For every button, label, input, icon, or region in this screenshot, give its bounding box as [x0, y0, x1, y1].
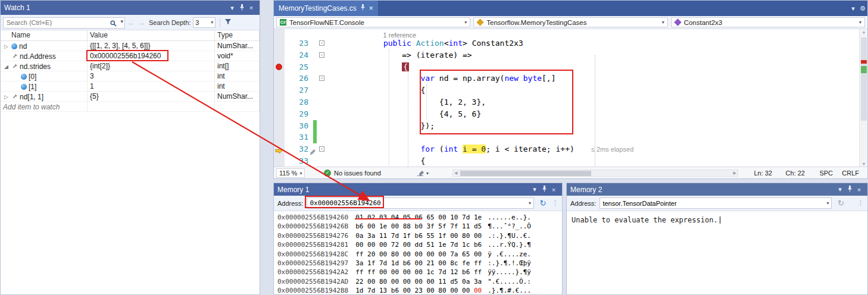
code-text[interactable]: { — [327, 61, 859, 73]
code-text[interactable]: public Action<int> Constant2x3 — [327, 37, 859, 49]
code-line[interactable]: 28{1, 2, 3}, — [274, 96, 859, 108]
search-input[interactable] — [3, 17, 125, 29]
toolbar-overflow-icon[interactable]: ⋮ — [857, 199, 864, 207]
breakpoint-icon[interactable] — [276, 64, 282, 70]
window-menu-icon[interactable]: ▾ — [530, 186, 539, 193]
watch-row[interactable]: nd.Address0x000002556b194260void* — [1, 51, 260, 61]
close-icon[interactable]: × — [369, 4, 373, 12]
code-text[interactable]: { — [327, 155, 859, 167]
watch-value-cell[interactable]: 1 — [88, 81, 215, 92]
chevron-down-icon[interactable]: ▾ — [824, 200, 831, 206]
type-dropdown[interactable]: Tensorflow.MemoryTestingCases ▾ — [473, 17, 667, 27]
code-text[interactable]: {4, 5, 6} — [327, 108, 859, 120]
watch-row[interactable]: [1]1int — [1, 81, 260, 92]
fold-margin[interactable]: - — [317, 49, 327, 61]
add-item-label[interactable]: Add item to watch — [1, 102, 88, 112]
scrollbar-thumb[interactable] — [861, 37, 867, 121]
watch-value-cell[interactable]: 3 — [88, 71, 215, 81]
memory1-titlebar[interactable]: Memory 1 ▾ × — [274, 183, 562, 196]
glyph-margin[interactable] — [274, 61, 285, 73]
format-specifier-icon[interactable] — [224, 17, 232, 28]
fold-margin[interactable] — [317, 61, 327, 73]
fold-margin[interactable]: - — [317, 143, 327, 155]
scrollbar-thumb[interactable] — [460, 171, 591, 176]
watch-add-item-row[interactable]: Add item to watch — [1, 102, 260, 112]
toolbar-overflow-icon[interactable]: ⋮ — [552, 199, 558, 207]
scroll-right-icon[interactable]: ▶ — [733, 171, 736, 175]
code-text[interactable]: { — [327, 84, 859, 96]
code-line[interactable]: 27{ — [274, 84, 859, 96]
glyph-margin[interactable] — [274, 84, 285, 96]
glyph-margin[interactable] — [274, 108, 285, 120]
collapse-icon[interactable]: - — [319, 76, 324, 81]
code-line[interactable]: 32-for (int i = 0; i < iterate; i++)≤ 2m… — [274, 143, 859, 155]
watch-value-cell[interactable]: {int[2]} — [88, 61, 215, 71]
code-line[interactable]: 26-var nd = np.array(new byte[,] — [274, 73, 859, 84]
chevron-down-icon[interactable]: ▾ — [526, 200, 533, 206]
expander-icon[interactable]: ▷ — [3, 43, 10, 49]
close-icon[interactable]: × — [549, 186, 558, 193]
spaces-indicator[interactable]: SPC — [819, 167, 833, 179]
collapse-icon[interactable]: - — [319, 146, 324, 152]
scroll-left-icon[interactable]: ◀ — [454, 171, 457, 175]
search-options-icon[interactable]: ▾ — [120, 18, 123, 24]
expander-icon[interactable]: ▷ — [3, 94, 10, 100]
code-text[interactable]: => (iterate) => — [327, 49, 859, 61]
document-list-icon[interactable]: ▾ — [848, 5, 858, 12]
watch-column-headers[interactable]: Name Value Type — [1, 30, 260, 41]
memory2-view[interactable]: Unable to evaluate the expression. — [567, 211, 867, 294]
glyph-margin[interactable] — [274, 73, 285, 84]
column-header-type[interactable]: Type — [215, 30, 260, 40]
refresh-icon[interactable]: ↻ — [835, 199, 846, 208]
collapse-icon[interactable]: - — [319, 40, 324, 46]
search-depth-select[interactable]: 3▾ — [193, 17, 216, 28]
close-icon[interactable]: × — [246, 4, 256, 11]
eol-indicator[interactable]: CRLF — [842, 167, 859, 179]
code-line[interactable]: 29{4, 5, 6} — [274, 108, 859, 120]
fold-margin[interactable]: - — [317, 73, 327, 84]
refresh-icon[interactable]: ↻ — [538, 199, 548, 208]
code-text[interactable]: {1, 2, 3}, — [327, 96, 859, 108]
fold-margin[interactable]: - — [317, 37, 327, 49]
scroll-up-icon[interactable]: ▲ — [860, 30, 868, 34]
pin-icon[interactable] — [237, 4, 246, 12]
address-combo[interactable]: ▾ — [600, 197, 832, 209]
search-next-icon[interactable]: → — [138, 18, 145, 27]
watch-value-cell[interactable]: {5} — [88, 92, 215, 102]
expander-icon[interactable]: ◢ — [3, 64, 10, 70]
zoom-select[interactable]: 115 % ▾ — [276, 168, 305, 178]
column-header-value[interactable]: Value — [88, 30, 215, 40]
member-dropdown[interactable]: Constant2x3 ▾ — [671, 17, 865, 27]
code-line[interactable]: 25{ — [274, 61, 859, 73]
address-combo[interactable]: ▾ — [307, 197, 534, 209]
code-text[interactable] — [327, 131, 859, 143]
code-line[interactable]: 30}); — [274, 120, 859, 132]
issues-indicator[interactable]: ✓ No issues found — [324, 167, 381, 179]
code-line[interactable]: 23-public Action<int> Constant2x3 — [274, 37, 859, 49]
horizontal-scrollbar[interactable]: ◀ ▶ — [452, 170, 738, 177]
glyph-margin[interactable] — [274, 49, 285, 61]
code-editor[interactable]: 1 reference23-public Action<int> Constan… — [274, 29, 859, 167]
issues-filter[interactable]: ▾ — [417, 167, 429, 179]
scroll-down-icon[interactable]: ▼ — [860, 162, 868, 166]
watch-row[interactable]: ◢nd.strides{int[2]}int[] — [1, 61, 260, 71]
pin-icon[interactable] — [360, 4, 366, 12]
glyph-margin[interactable] — [274, 37, 285, 49]
glyph-margin[interactable] — [274, 155, 285, 167]
close-icon[interactable]: × — [854, 186, 864, 193]
watch-titlebar[interactable]: Watch 1 ▾ × — [1, 1, 260, 15]
watch-value-cell[interactable]: 0x000002556b194260 — [88, 51, 215, 61]
code-text[interactable]: var nd = np.array(new byte[,] — [327, 73, 859, 84]
code-line[interactable]: 33{ — [274, 155, 859, 167]
pin-icon[interactable] — [845, 186, 854, 193]
watch-value-cell[interactable]: {[[1, 2, 3], [4, 5, 6]]} — [88, 41, 215, 51]
code-text[interactable]: for (int i = 0; i < iterate; i++)≤ 2ms e… — [327, 143, 859, 155]
address-input[interactable] — [600, 200, 824, 207]
code-line[interactable]: 24-=> (iterate) => — [274, 49, 859, 61]
fold-margin[interactable] — [317, 120, 327, 132]
collapse-icon[interactable]: - — [319, 52, 324, 58]
glyph-margin[interactable] — [274, 96, 285, 108]
glyph-margin[interactable] — [274, 131, 285, 143]
glyph-margin[interactable] — [274, 120, 285, 132]
glyph-margin[interactable] — [274, 143, 285, 155]
